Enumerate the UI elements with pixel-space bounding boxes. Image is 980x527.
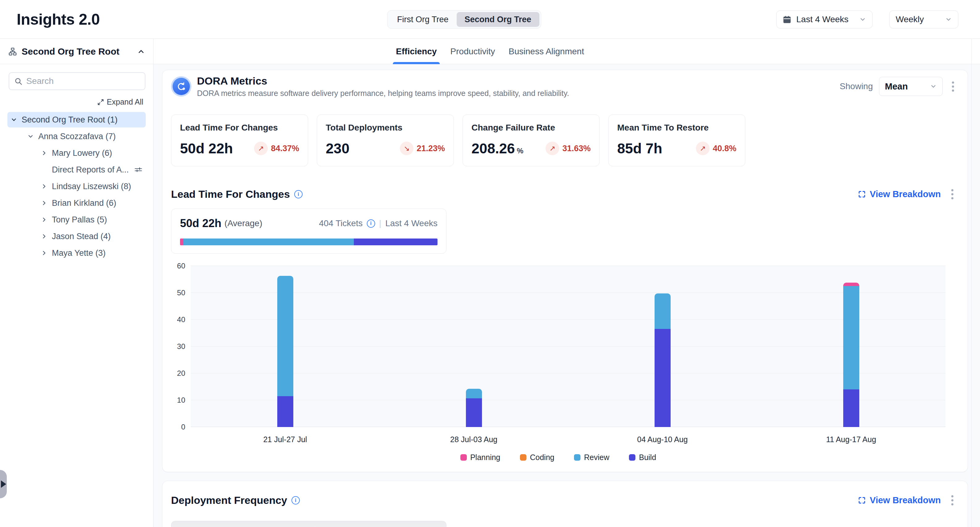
stacked-bar[interactable] [843, 266, 859, 427]
tickets-count: 404 Tickets [319, 219, 363, 228]
legend-swatch [574, 454, 581, 461]
deployment-frequency-card: Deployment Frequency View Breakdown [162, 481, 968, 527]
info-icon[interactable] [291, 496, 300, 505]
lead-time-menu-kebab-icon[interactable] [948, 187, 956, 202]
chevron-right-icon [41, 249, 48, 256]
expand-all-button[interactable]: Expand All [97, 97, 143, 106]
summary-segment-planning [180, 238, 183, 245]
deployment-menu-kebab-icon[interactable] [948, 493, 956, 508]
scrollbar-track[interactable] [971, 39, 972, 527]
bar-segment-review [843, 286, 859, 389]
metric-value: 208.26% [471, 140, 523, 157]
y-tick-label: 60 [177, 262, 185, 270]
sidebar-collapse-handle[interactable] [0, 470, 7, 498]
tree-item-anna-scozzafava[interactable]: Anna Scozzafava (7) [7, 129, 146, 144]
dora-menu-kebab-icon[interactable] [949, 79, 957, 94]
date-range-dropdown[interactable]: Last 4 Weeks [776, 11, 873, 29]
search-box [9, 72, 145, 90]
granularity-value: Weekly [896, 14, 924, 24]
y-tick-label: 50 [177, 289, 185, 297]
sidebar: Second Org Tree Root Expand All Second [0, 39, 153, 527]
trend-badge: ↗ 31.63% [546, 141, 591, 155]
bar-segment-planning [843, 283, 859, 286]
legend-swatch [520, 454, 527, 461]
plot-area [191, 266, 945, 427]
toggle-first-org-tree[interactable]: First Org Tree [389, 12, 457, 27]
legend-swatch [629, 454, 635, 461]
chevron-right-icon [41, 216, 48, 223]
main-content: Efficiency Productivity Business Alignme… [153, 39, 980, 527]
stacked-bar[interactable] [655, 266, 671, 427]
bar-segment-review [277, 276, 293, 396]
metric-card-change-failure-rate: Change Failure Rate 208.26% ↗ 31.63% [463, 114, 600, 166]
legend-swatch [460, 454, 467, 461]
tree-item-lindsay-liszewski[interactable]: Lindsay Liszewski (8) [7, 179, 146, 194]
chevron-down-icon [859, 16, 866, 23]
sidebar-collapse-button[interactable] [137, 48, 145, 56]
info-icon[interactable] [294, 190, 302, 198]
top-bar: Insights 2.0 First Org Tree Second Org T… [0, 0, 980, 39]
x-tick-label: 21 Jul-27 Jul [263, 435, 307, 444]
search-input[interactable] [26, 76, 140, 86]
tab-productivity[interactable]: Productivity [450, 39, 495, 64]
x-tick-label: 11 Aug-17 Aug [826, 435, 876, 444]
toggle-second-org-tree[interactable]: Second Org Tree [457, 12, 539, 27]
view-breakdown-button[interactable]: View Breakdown [858, 495, 941, 505]
deployment-summary-card-partial [171, 521, 447, 527]
y-tick-label: 40 [177, 315, 185, 324]
x-axis: 21 Jul-27 Jul28 Jul-03 Aug04 Aug-10 Aug1… [191, 427, 945, 446]
tree-item-jason-stead[interactable]: Jason Stead (4) [7, 229, 146, 244]
tab-business-alignment[interactable]: Business Alignment [509, 39, 584, 64]
bar-segment-build [655, 329, 671, 427]
range-label: Last 4 Weeks [385, 219, 438, 228]
expand-corners-icon [858, 190, 866, 198]
y-tick-label: 30 [177, 342, 185, 351]
legend-item-build[interactable]: Build [629, 453, 656, 462]
tree-item-mary-lowery[interactable]: Mary Lowery (6) [7, 145, 146, 161]
filters-icon[interactable] [134, 165, 143, 174]
metric-value: 230 [326, 140, 350, 157]
stacked-bar[interactable] [466, 266, 482, 427]
tree-item-direct-reports[interactable]: Direct Reports of A... [7, 162, 146, 178]
dora-subtitle: DORA metrics measure software delivery p… [197, 89, 569, 98]
legend-item-planning[interactable]: Planning [460, 453, 500, 462]
tab-bar: Efficiency Productivity Business Alignme… [153, 39, 980, 64]
chevron-right-icon [41, 200, 48, 206]
scroll-content[interactable]: DORA Metrics DORA metrics measure softwa… [153, 64, 980, 527]
bar-segment-build [277, 396, 293, 427]
dora-cycle-icon [171, 76, 191, 97]
trend-up-icon: ↗ [550, 144, 555, 153]
tree-item-second-org-tree-root[interactable]: Second Org Tree Root (1) [7, 112, 146, 127]
active-tab-underline [393, 62, 440, 64]
legend-item-review[interactable]: Review [574, 453, 609, 462]
chevron-down-icon [945, 16, 952, 23]
search-icon [14, 77, 22, 86]
chevron-right-icon [41, 183, 48, 190]
tab-efficiency[interactable]: Efficiency [396, 39, 437, 64]
aggregation-dropdown[interactable]: Mean [879, 77, 943, 96]
chart-legend: PlanningCodingReviewBuild [171, 453, 945, 462]
granularity-dropdown[interactable]: Weekly [889, 11, 958, 29]
average-label: (Average) [224, 219, 262, 228]
metric-cards-row: Lead Time For Changes 50d 22h ↗ 84.37% T… [171, 114, 959, 166]
deployment-section-header: Deployment Frequency View Breakdown [171, 493, 959, 508]
tree-item-brian-kirkland[interactable]: Brian Kirkland (6) [7, 195, 146, 211]
triangle-right-icon [1, 480, 6, 488]
deployment-section-title: Deployment Frequency [171, 494, 287, 506]
tree-item-maya-yette[interactable]: Maya Yette (3) [7, 245, 146, 261]
dora-title: DORA Metrics [197, 75, 569, 87]
tree-item-tony-pallas[interactable]: Tony Pallas (5) [7, 212, 146, 227]
trend-badge: ↗ 40.8% [696, 141, 737, 155]
showing-label: Showing [840, 81, 873, 91]
lead-time-section-title: Lead Time For Changes [171, 188, 290, 200]
trend-up-icon: ↗ [700, 144, 706, 153]
y-tick-label: 10 [177, 396, 185, 405]
metric-value: 85d 7h [617, 140, 662, 157]
dora-metrics-card: DORA Metrics DORA metrics measure softwa… [162, 70, 968, 472]
view-breakdown-button[interactable]: View Breakdown [858, 189, 941, 199]
summary-segment-build [354, 238, 438, 245]
legend-item-coding[interactable]: Coding [520, 453, 554, 462]
info-icon[interactable] [367, 219, 375, 228]
stacked-bar[interactable] [277, 266, 293, 427]
org-tree-icon [8, 47, 17, 56]
